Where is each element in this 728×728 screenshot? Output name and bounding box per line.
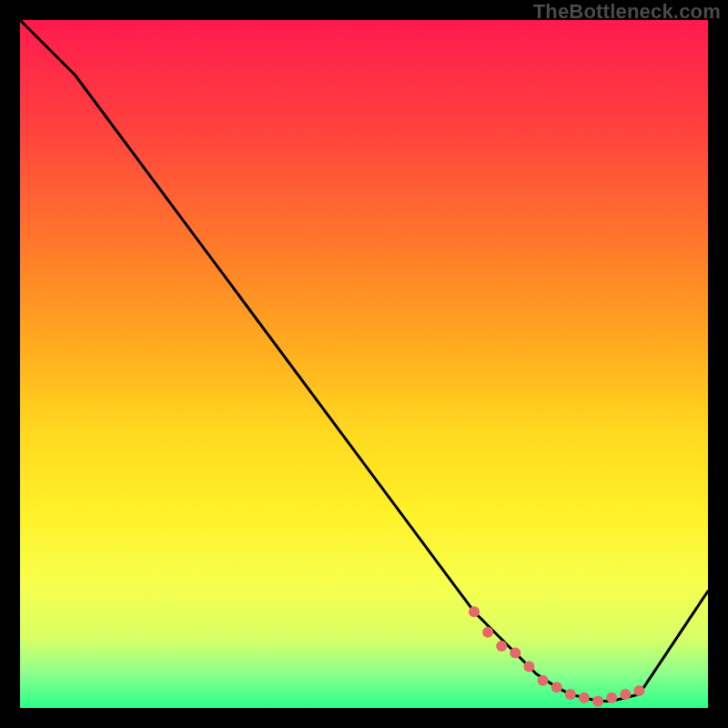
svg-point-1 <box>482 627 493 638</box>
highlight-dots <box>469 606 644 706</box>
svg-point-10 <box>606 693 617 703</box>
svg-point-4 <box>523 662 534 672</box>
svg-point-12 <box>633 685 644 696</box>
svg-point-11 <box>620 689 631 700</box>
curve-line <box>20 20 708 701</box>
svg-point-2 <box>496 641 507 652</box>
chart-frame: TheBottleneck.com <box>0 0 728 728</box>
svg-point-7 <box>565 689 576 700</box>
svg-point-0 <box>469 606 480 617</box>
chart-plot-area <box>20 20 708 708</box>
svg-point-5 <box>538 675 549 686</box>
watermark-text: TheBottleneck.com <box>533 0 721 24</box>
svg-point-8 <box>579 693 590 703</box>
svg-point-9 <box>592 695 603 706</box>
svg-point-6 <box>551 682 562 693</box>
chart-svg <box>20 20 708 708</box>
svg-point-3 <box>510 648 521 659</box>
